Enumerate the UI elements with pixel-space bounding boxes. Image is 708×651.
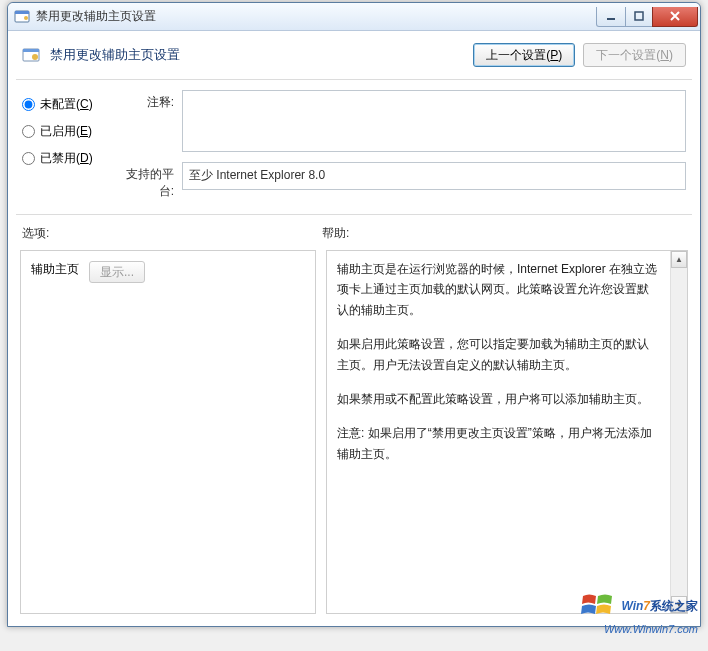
help-paragraph: 如果启用此策略设置，您可以指定要加载为辅助主页的默认主页。用户无法设置自定义的默…	[337, 334, 660, 375]
comment-label: 注释:	[112, 90, 174, 111]
close-icon	[669, 10, 681, 22]
show-button[interactable]: 显示...	[89, 261, 145, 283]
previous-setting-button[interactable]: 上一个设置(P)	[473, 43, 575, 67]
policy-icon	[22, 46, 40, 64]
svg-rect-3	[607, 18, 615, 20]
section-headers: 选项: 帮助:	[8, 219, 700, 246]
divider	[16, 79, 692, 80]
page-title: 禁用更改辅助主页设置	[50, 46, 180, 64]
state-radio-group: 未配置(C) 已启用(E) 已禁用(D)	[22, 90, 112, 200]
platform-value: 至少 Internet Explorer 8.0	[189, 168, 325, 182]
scroll-up-arrow[interactable]: ▲	[671, 251, 687, 268]
header-row: 禁用更改辅助主页设置 上一个设置(P) 下一个设置(N)	[8, 31, 700, 75]
supported-platform-field[interactable]: 至少 Internet Explorer 8.0	[182, 162, 686, 190]
help-paragraph: 辅助主页是在运行浏览器的时候，Internet Explorer 在独立选项卡上…	[337, 259, 660, 320]
radio-enabled[interactable]: 已启用(E)	[22, 123, 112, 140]
help-paragraph: 注意: 如果启用了“禁用更改主页设置”策略，用户将无法添加辅助主页。	[337, 423, 660, 464]
svg-point-2	[24, 16, 28, 20]
minimize-button[interactable]	[596, 7, 626, 27]
dialog-window: 禁用更改辅助主页设置 禁用更改辅助主页设置 上一个设置(P)	[7, 2, 701, 627]
windows-flag-icon	[581, 592, 615, 621]
config-section: 未配置(C) 已启用(E) 已禁用(D) 注释: 支持的平台:	[8, 84, 700, 210]
titlebar[interactable]: 禁用更改辅助主页设置	[8, 3, 700, 31]
window-controls	[597, 7, 698, 27]
options-label: 选项:	[22, 225, 322, 242]
scrollbar[interactable]: ▲ ▼	[670, 251, 687, 613]
svg-rect-6	[23, 49, 39, 52]
help-text[interactable]: 辅助主页是在运行浏览器的时候，Internet Explorer 在独立选项卡上…	[327, 251, 670, 613]
radio-disabled-input[interactable]	[22, 152, 35, 165]
help-paragraph: 如果禁用或不配置此策略设置，用户将可以添加辅助主页。	[337, 389, 660, 409]
minimize-icon	[606, 11, 616, 21]
lower-panels: 辅助主页 显示... 辅助主页是在运行浏览器的时候，Internet Explo…	[8, 246, 700, 626]
app-icon	[14, 9, 30, 25]
dialog-content: 禁用更改辅助主页设置 上一个设置(P) 下一个设置(N) 未配置(C) 已启	[8, 31, 700, 626]
watermark: Win7系统之家 Www.Winwin7.com	[581, 592, 698, 635]
platform-label: 支持的平台:	[112, 162, 174, 200]
svg-point-7	[32, 54, 38, 60]
watermark-url: Www.Winwin7.com	[581, 623, 698, 635]
window-title: 禁用更改辅助主页设置	[36, 8, 156, 25]
scroll-track[interactable]	[671, 268, 687, 596]
radio-not-configured-input[interactable]	[22, 98, 35, 111]
radio-disabled[interactable]: 已禁用(D)	[22, 150, 112, 167]
help-panel: 辅助主页是在运行浏览器的时候，Internet Explorer 在独立选项卡上…	[326, 250, 688, 614]
comment-textarea[interactable]	[182, 90, 686, 152]
help-label: 帮助:	[322, 225, 349, 242]
maximize-icon	[634, 11, 644, 21]
radio-not-configured[interactable]: 未配置(C)	[22, 96, 112, 113]
option-secondary-home-label: 辅助主页	[31, 261, 79, 278]
maximize-button[interactable]	[625, 7, 653, 27]
divider	[16, 214, 692, 215]
radio-enabled-input[interactable]	[22, 125, 35, 138]
options-panel: 辅助主页 显示...	[20, 250, 316, 614]
next-setting-button[interactable]: 下一个设置(N)	[583, 43, 686, 67]
svg-rect-1	[15, 11, 29, 14]
svg-rect-4	[635, 12, 643, 20]
close-button[interactable]	[652, 7, 698, 27]
